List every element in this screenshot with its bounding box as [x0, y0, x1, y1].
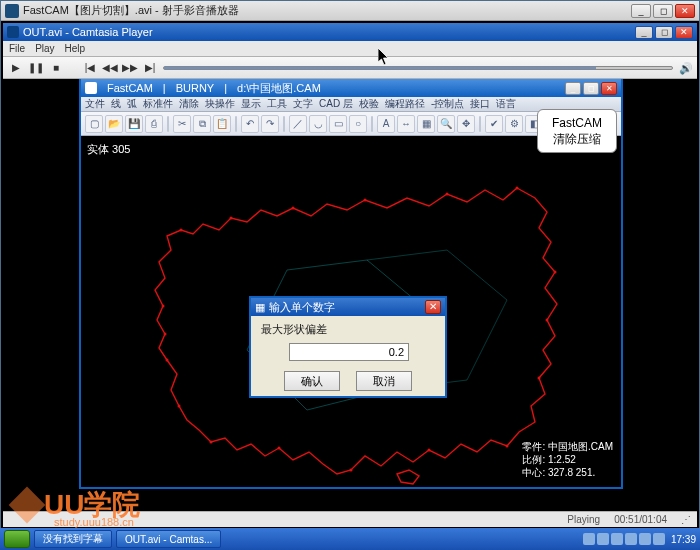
fastcam-title-device: BURNY [172, 82, 219, 94]
tool-dim-icon[interactable]: ↔ [397, 115, 415, 133]
svg-point-13 [428, 449, 431, 452]
fc-minimize-button[interactable]: _ [565, 82, 581, 95]
fc-menu-item[interactable]: 块操作 [205, 97, 235, 111]
pause-button[interactable]: ❚❚ [29, 61, 43, 75]
svg-point-9 [554, 271, 557, 274]
fc-menu-item[interactable]: CAD 层 [319, 97, 353, 111]
menu-play[interactable]: Play [35, 43, 54, 54]
dialog-title: 输入单个数字 [269, 300, 335, 315]
tool-open-icon[interactable]: 📂 [105, 115, 123, 133]
fc-menu-item[interactable]: -控制点 [431, 97, 464, 111]
fastcam-title-appname: FastCAM [103, 82, 157, 94]
svg-point-1 [164, 333, 167, 336]
volume-icon[interactable]: 🔊 [679, 62, 691, 74]
svg-point-17 [178, 405, 181, 408]
tool-misc-icon[interactable]: ⚙ [505, 115, 523, 133]
deviation-input[interactable] [289, 343, 409, 361]
fc-close-button[interactable]: ✕ [601, 82, 617, 95]
svg-point-3 [180, 229, 183, 232]
minimize-button[interactable]: _ [631, 4, 651, 18]
fc-maximize-button[interactable]: ◻ [583, 82, 599, 95]
status-playing: Playing [567, 514, 600, 525]
menu-file[interactable]: File [9, 43, 25, 54]
tool-line-icon[interactable]: ／ [289, 115, 307, 133]
stop-button[interactable]: ■ [49, 61, 63, 75]
fastcam-title-file: d:\中国地图.CAM [233, 81, 325, 96]
fc-menu-item[interactable]: 线 [111, 97, 121, 111]
svg-point-6 [364, 199, 367, 202]
seek-slider[interactable] [163, 66, 673, 70]
fastcam-titlebar: FastCAM| BURNY| d:\中国地图.CAM _ ◻ ✕ [81, 79, 621, 97]
fc-menu-item[interactable]: 显示 [241, 97, 261, 111]
tool-paste-icon[interactable]: 📋 [213, 115, 231, 133]
input-dialog: ▦ 输入单个数字 ✕ 最大形状偏差 确认 取消 [249, 296, 447, 398]
status-time: 00:51/01:04 [614, 514, 667, 525]
fc-menu-item[interactable]: 编程路径 [385, 97, 425, 111]
system-tray: 17:39 [583, 533, 696, 545]
taskbar-clock[interactable]: 17:39 [671, 534, 696, 545]
cam-maximize-button[interactable]: ◻ [655, 26, 673, 39]
tool-arc-icon[interactable]: ◡ [309, 115, 327, 133]
canvas-info: 零件: 中国地图.CAM 比例: 1:2.52 中心: 327.8 251. [522, 440, 613, 479]
tool-print-icon[interactable]: ⎙ [145, 115, 163, 133]
cancel-button[interactable]: 取消 [356, 371, 412, 391]
tool-undo-icon[interactable]: ↶ [241, 115, 259, 133]
taskbar-item[interactable]: OUT.avi - Camtas... [116, 530, 221, 548]
ok-button[interactable]: 确认 [284, 371, 340, 391]
tool-redo-icon[interactable]: ↷ [261, 115, 279, 133]
dialog-close-button[interactable]: ✕ [425, 300, 441, 314]
player-title: FastCAM【图片切割】.avi - 射手影音播放器 [23, 3, 627, 18]
cam-minimize-button[interactable]: _ [635, 26, 653, 39]
tool-check-icon[interactable]: ✔ [485, 115, 503, 133]
tool-grid-icon[interactable]: ▦ [417, 115, 435, 133]
tool-circle-icon[interactable]: ○ [349, 115, 367, 133]
svg-point-8 [516, 187, 519, 190]
rewind-button[interactable]: ◀◀ [103, 61, 117, 75]
svg-point-5 [292, 207, 295, 210]
taskbar-item[interactable]: 没有找到字幕 [34, 530, 112, 548]
dialog-titlebar[interactable]: ▦ 输入单个数字 ✕ [251, 298, 445, 316]
player-app-icon [5, 4, 19, 18]
fc-menu-item[interactable]: 校验 [359, 97, 379, 111]
tool-zoom-icon[interactable]: 🔍 [437, 115, 455, 133]
close-button[interactable]: ✕ [675, 4, 695, 18]
fastcam-canvas[interactable]: 实体 305 [81, 136, 621, 487]
tool-rect-icon[interactable]: ▭ [329, 115, 347, 133]
forward-button[interactable]: ▶▶ [123, 61, 137, 75]
svg-point-14 [350, 469, 353, 472]
cam-close-button[interactable]: ✕ [675, 26, 693, 39]
prev-button[interactable]: |◀ [83, 61, 97, 75]
windows-taskbar: 没有找到字幕 OUT.avi - Camtas... 17:39 [0, 528, 700, 550]
fc-menu-item[interactable]: 语言 [496, 97, 516, 111]
next-button[interactable]: ▶| [143, 61, 157, 75]
tool-save-icon[interactable]: 💾 [125, 115, 143, 133]
fc-menu-item[interactable]: 接口 [470, 97, 490, 111]
svg-point-2 [162, 305, 165, 308]
svg-point-10 [546, 319, 549, 322]
fc-menu-item[interactable]: 工具 [267, 97, 287, 111]
tutorial-callout: FastCAM 清除压缩 [537, 109, 617, 153]
fc-menu-item[interactable]: 清除 [179, 97, 199, 111]
tool-new-icon[interactable]: ▢ [85, 115, 103, 133]
maximize-button[interactable]: ◻ [653, 4, 673, 18]
tool-pan-icon[interactable]: ✥ [457, 115, 475, 133]
fc-menu-item[interactable]: 文字 [293, 97, 313, 111]
svg-point-7 [446, 193, 449, 196]
tool-cut-icon[interactable]: ✂ [173, 115, 191, 133]
player-window-controls: _ ◻ ✕ [631, 4, 695, 18]
play-button[interactable]: ▶ [9, 61, 23, 75]
camtasia-icon [7, 26, 19, 38]
fc-menu-item[interactable]: 标准件 [143, 97, 173, 111]
menu-help[interactable]: Help [65, 43, 86, 54]
start-button[interactable] [4, 530, 30, 548]
watermark-sub: study.uuu188.cn [54, 516, 134, 528]
fc-menu-item[interactable]: 文件 [85, 97, 105, 111]
tray-icons[interactable] [583, 533, 665, 545]
camtasia-window: OUT.avi - Camtasia Player _ ◻ ✕ File Pla… [3, 23, 697, 527]
camtasia-titlebar: OUT.avi - Camtasia Player _ ◻ ✕ [3, 23, 697, 41]
dialog-icon: ▦ [255, 301, 265, 314]
svg-point-16 [210, 441, 213, 444]
fc-menu-item[interactable]: 弧 [127, 97, 137, 111]
tool-copy-icon[interactable]: ⧉ [193, 115, 211, 133]
tool-text-icon[interactable]: A [377, 115, 395, 133]
